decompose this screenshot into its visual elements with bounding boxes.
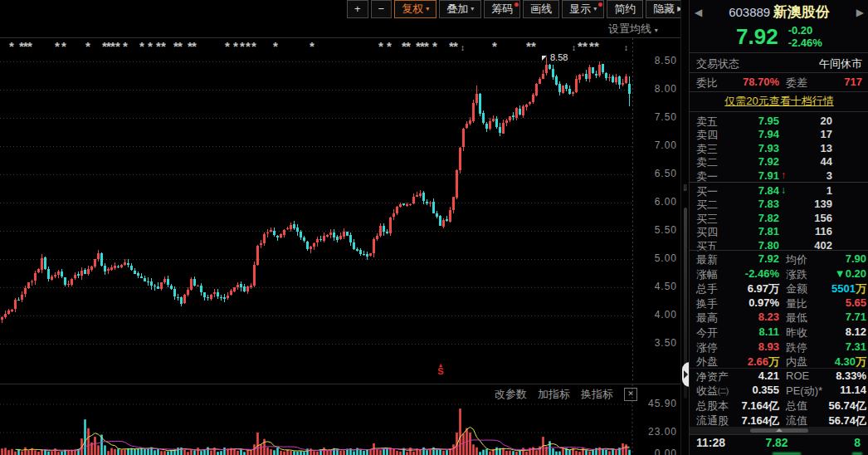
order-price[interactable]: 7.84: [723, 184, 779, 197]
news-event-marker-icon[interactable]: *: [406, 40, 411, 52]
order-level-label: 卖四: [696, 128, 718, 143]
bid-row-3[interactable]: 买三7.82156: [690, 212, 868, 225]
news-event-marker-icon[interactable]: *: [192, 40, 197, 52]
status-label: 交易状态: [696, 56, 739, 71]
toolbar-button-label: 筹码: [491, 1, 513, 17]
expand-ticks-handle[interactable]: [750, 428, 808, 433]
time-sales-row[interactable]: 11:28 7.82 8: [690, 436, 868, 451]
stat-row: 最新7.92均价7.90: [690, 252, 868, 267]
toolbar-button-chips[interactable]: 筹码: [484, 0, 520, 18]
toolbar-button-simple[interactable]: 简约: [607, 0, 643, 18]
candlestick-chart-pane[interactable]: ****************************************…: [0, 37, 682, 383]
news-event-marker-icon[interactable]: *: [139, 40, 144, 52]
news-event-marker-icon[interactable]: *: [378, 40, 383, 52]
order-price[interactable]: 7.92: [723, 155, 779, 168]
news-event-marker-icon[interactable]: *: [240, 40, 245, 52]
status-value: 午间休市: [819, 56, 862, 71]
news-event-marker-icon[interactable]: *: [178, 40, 183, 52]
stock-name: 新澳股份: [773, 4, 830, 20]
sell-trade-marker: ▲ S: [435, 363, 446, 375]
news-event-marker-icon[interactable]: *: [233, 40, 238, 52]
stat-value-total-shares: 7.164亿: [714, 399, 779, 413]
updown-event-marker-icon[interactable]: ↕: [624, 42, 628, 54]
close-indicator-button[interactable]: ✕: [624, 388, 637, 401]
news-event-marker-icon[interactable]: *: [123, 40, 128, 52]
stat-label-change: 涨跌: [786, 267, 807, 282]
news-event-marker-icon[interactable]: *: [148, 40, 153, 52]
weicha-label: 委差: [786, 76, 807, 91]
news-event-marker-icon[interactable]: *: [251, 40, 256, 52]
stat-value-change-pct: -2.46%: [714, 267, 779, 280]
price-axis-label: 7.00: [641, 139, 677, 151]
order-price[interactable]: 7.94: [723, 128, 779, 140]
order-price[interactable]: 7.81: [723, 225, 779, 237]
news-event-marker-icon[interactable]: *: [61, 40, 66, 52]
volume-indicator-pane[interactable]: 改参数 加指标 换指标 ✕ 45.9023.000.00: [0, 384, 682, 455]
news-event-marker-icon[interactable]: *: [387, 40, 392, 52]
order-price[interactable]: 7.91: [723, 169, 779, 182]
unit-suffix: 万: [856, 282, 866, 295]
ask-row-3[interactable]: 卖三7.9313: [690, 142, 868, 155]
order-price[interactable]: 7.95: [723, 115, 779, 127]
order-price[interactable]: 7.82: [723, 212, 779, 224]
news-event-marker-icon[interactable]: *: [589, 40, 594, 52]
news-event-marker-icon[interactable]: *: [156, 40, 161, 52]
tick-volume: 8: [854, 436, 861, 449]
collapse-strip: [690, 427, 868, 434]
news-event-marker-icon[interactable]: *: [531, 40, 536, 52]
level2-promo-link[interactable]: 仅需20元查看十档行情: [724, 95, 833, 107]
bid-row-4[interactable]: 买四7.81116: [690, 225, 868, 238]
news-event-marker-icon[interactable]: *: [526, 40, 531, 52]
news-event-marker-icon[interactable]: *: [273, 40, 278, 52]
news-event-marker-icon[interactable]: *: [594, 40, 599, 52]
news-event-marker-icon[interactable]: *: [115, 40, 120, 52]
news-event-marker-icon[interactable]: *: [110, 40, 115, 52]
toolbar-button-display[interactable]: 显示▾: [562, 0, 604, 18]
toolbar-button-fuquan[interactable]: 复权▾: [394, 0, 436, 18]
news-event-marker-icon[interactable]: *: [85, 40, 90, 52]
bid-row-1[interactable]: 买一7.84↓1: [690, 184, 868, 198]
change-params-button[interactable]: 改参数: [495, 387, 527, 402]
news-event-marker-icon[interactable]: *: [453, 40, 458, 52]
ask-row-2[interactable]: 卖二7.9244: [690, 155, 868, 169]
top-toolbar: +−复权▾叠加▾筹码画线显示▾简约隐藏▶▶: [347, 0, 721, 18]
news-event-marker-icon[interactable]: *: [578, 40, 583, 52]
news-event-marker-icon[interactable]: *: [492, 40, 497, 52]
bid-row-2[interactable]: 买二7.83139: [690, 198, 868, 211]
news-event-marker-icon[interactable]: *: [246, 40, 251, 52]
updown-event-marker-icon[interactable]: ↕: [461, 42, 465, 54]
toolbar-button-overlay[interactable]: 叠加▾: [439, 0, 481, 18]
news-event-marker-icon[interactable]: *: [432, 40, 437, 52]
add-indicator-button[interactable]: 加指标: [538, 387, 570, 402]
weibi-value: 78.70%: [714, 76, 779, 88]
toolbar-button-zoom-in[interactable]: +: [347, 0, 368, 18]
splitter-grip-icon[interactable]: ⣿: [683, 186, 688, 199]
order-price[interactable]: 7.83: [723, 198, 779, 210]
ask-row-1[interactable]: 卖一7.91↑3: [690, 169, 868, 183]
order-volume: 44: [786, 155, 832, 168]
order-volume: 17: [786, 128, 832, 140]
updown-event-marker-icon[interactable]: ↕: [572, 42, 576, 54]
toolbar-button-draw-line[interactable]: 画线: [523, 0, 559, 18]
news-event-marker-icon[interactable]: *: [161, 40, 166, 52]
ma-setting-dropdown[interactable]: 设置均线 ▾: [608, 22, 658, 37]
stat-value-change: ▼0.20: [806, 267, 866, 280]
news-event-marker-icon[interactable]: *: [27, 40, 32, 52]
toolbar-button-label: 显示: [569, 1, 591, 17]
stat-row: 总股本7.164亿总值56.74亿: [690, 399, 868, 413]
news-event-marker-icon[interactable]: *: [225, 40, 230, 52]
news-event-marker-icon[interactable]: *: [55, 40, 60, 52]
news-event-marker-icon[interactable]: *: [9, 40, 14, 52]
news-event-marker-icon[interactable]: *: [310, 40, 315, 52]
news-event-marker-icon[interactable]: *: [424, 40, 429, 52]
candlestick-chart[interactable]: [0, 38, 682, 383]
toolbar-button-zoom-out[interactable]: −: [371, 0, 393, 18]
price-change: -0.20: [788, 25, 822, 37]
order-price[interactable]: 7.93: [723, 142, 779, 154]
stat-value-high: 8.23: [714, 311, 779, 323]
news-event-marker-icon[interactable]: *: [583, 40, 588, 52]
ask-row-5[interactable]: 卖五7.9520: [690, 115, 868, 128]
switch-indicator-button[interactable]: 换指标: [581, 387, 613, 402]
ask-row-4[interactable]: 卖四7.9417: [690, 128, 868, 141]
price-axis-label: 8.50: [641, 55, 677, 66]
